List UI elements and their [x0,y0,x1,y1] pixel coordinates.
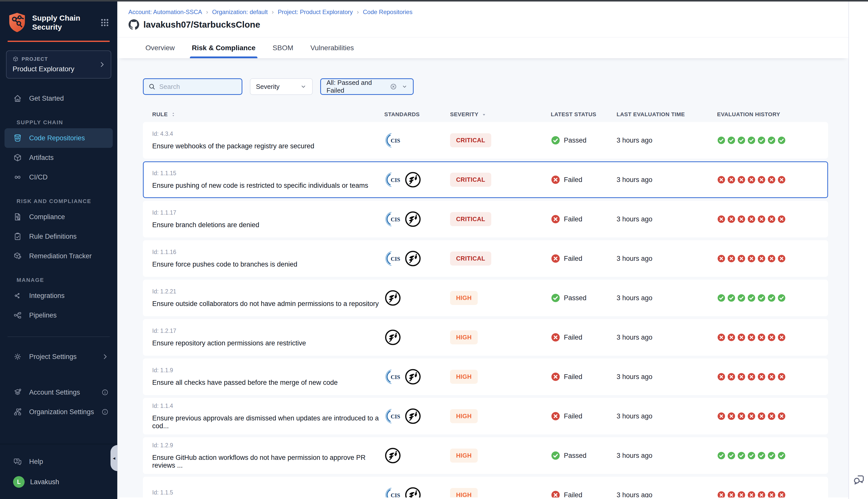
history-pass-icon [737,294,746,302]
tab-overview[interactable]: Overview [145,37,175,58]
rule-name: Ensure outside collaborators do not have… [152,300,384,308]
page-header: Account: Automation-SSCA›Organization: d… [117,1,848,37]
table-row[interactable]: Id: 1.2.17 Ensure repository action perm… [143,319,828,356]
table-row[interactable]: Id: 1.1.9 Ensure all checks have passed … [143,358,828,395]
rule-id: Id: 1.1.4 [152,403,384,410]
user-menu[interactable]: L Lavakush [4,471,113,492]
sidebar-item-integrations[interactable]: Integrations [4,286,113,305]
sidebar-item-organization-settings[interactable]: Organization Settings [4,402,113,422]
rule-id: Id: 1.2.17 [152,328,384,334]
history-fail-icon [717,254,726,263]
severity-badge: CRITICAL [450,252,491,266]
history-fail-icon [767,175,776,184]
table-row[interactable]: Id: 1.1.16 Ensure force pushes code to b… [143,240,828,277]
standards-cell [384,171,450,188]
info-icon [101,389,109,396]
history-fail-icon [777,215,786,223]
sort-desc-icon[interactable] [481,111,487,118]
history-fail-icon [717,491,726,498]
rule-name: Ensure GitHub action workflows do not ha… [152,454,384,470]
search-input[interactable] [159,83,237,90]
tab-vulnerabilities[interactable]: Vulnerabilities [311,37,354,58]
table-row[interactable]: Id: 1.1.4 Ensure previous approvals are … [143,398,828,435]
rule-id: Id: 4.3.4 [152,131,384,137]
breadcrumb-separator: › [272,9,274,15]
table-row[interactable]: Id: 1.1.15 Ensure pushing of new code is… [143,161,828,198]
severity-badge: HIGH [450,370,478,384]
feedback-chat-icon[interactable] [853,473,866,486]
standards-cell [384,289,450,306]
column-header-severity[interactable]: SEVERITY [450,111,551,118]
table-row[interactable]: Id: 1.2.21 Ensure outside collaborators … [143,280,828,316]
severity-badge: CRITICAL [450,173,491,187]
cis-standard-icon [384,210,401,228]
standards-cell [384,132,450,149]
sidebar-item-code-repositories[interactable]: Code Repositories [4,128,113,148]
sidebar-item-artifacts[interactable]: Artifacts [4,148,113,168]
app-logo: Supply Chain Security [0,1,117,33]
breadcrumb-link[interactable]: Code Repositories [363,9,412,15]
last-evaluation-time: 3 hours ago [617,215,717,223]
history-fail-icon [767,373,776,381]
status-filter[interactable]: All: Passed and Failed [320,78,414,95]
account-settings-icon [13,388,22,397]
search-box[interactable] [143,78,242,95]
rule-name: Ensure pushing of new code is restricted… [152,182,384,190]
history-pass-icon [727,136,736,145]
table-row[interactable]: Id: 1.2.9 Ensure GitHub action workflows… [143,437,828,474]
history-fail-icon [727,175,736,184]
column-header-evaluation-history[interactable]: EVALUATION HISTORY [717,111,819,118]
sort-icon[interactable] [170,111,176,118]
apps-grid-icon[interactable] [100,17,110,28]
history-fail-icon [717,215,726,223]
column-header-rule[interactable]: RULE [152,111,384,118]
table-row[interactable]: Id: 1.1.17 Ensure branch deletions are d… [143,201,828,238]
sidebar-collapse-handle[interactable]: ◂ [110,445,118,471]
sidebar-item-label: CI/CD [29,173,48,181]
severity-badge: HIGH [450,330,478,344]
sidebar-item-remediation-tracker[interactable]: Remediation Tracker [4,246,113,266]
sidebar-item-ci-cd[interactable]: CI/CD [4,168,113,187]
clear-filter-icon[interactable] [390,83,397,90]
evaluation-history [717,215,819,223]
history-pass-icon [727,294,736,302]
column-header-latest-status[interactable]: LATEST STATUS [551,111,617,118]
column-header-last-evaluation-time[interactable]: LAST EVALUATION TIME [617,111,717,118]
table-row[interactable]: Id: 4.3.4 Ensure webhooks of the package… [143,122,828,159]
rule-name: Ensure all checks have passed before the… [152,379,384,387]
rule-name: Ensure previous approvals are dismissed … [152,414,384,430]
tab-risk-compliance[interactable]: Risk & Compliance [192,37,256,58]
history-fail-icon [767,254,776,263]
last-evaluation-time: 3 hours ago [617,294,717,302]
project-selector[interactable]: PROJECT Product Exploratory [6,50,111,78]
breadcrumb-link[interactable]: Project: Product Exploratory [278,9,353,15]
severity-filter[interactable]: Severity [250,78,313,95]
breadcrumb-link[interactable]: Account: Automation-SSCA [128,9,202,15]
breadcrumb-link[interactable]: Organization: default [212,9,267,15]
sidebar-item-get-started[interactable]: Get Started [4,89,113,108]
help-icon [13,457,22,466]
window-top-edge [0,0,868,1]
table-row[interactable]: Id: 1.1.5 HIGH Failed 3 hours ago [143,477,828,498]
history-fail-icon [757,333,766,342]
sidebar-item-rule-definitions[interactable]: Rule Definitions [4,227,113,246]
status-failed-icon [551,254,560,263]
tab-sbom[interactable]: SBOM [273,37,293,58]
sidebar-item-help[interactable]: Help [4,452,113,471]
history-pass-icon [767,136,776,145]
sidebar-item-pipelines[interactable]: Pipelines [4,305,113,325]
owasp-standard-icon [405,368,421,385]
sidebar-item-compliance[interactable]: Compliance [4,207,113,227]
history-fail-icon [737,373,746,381]
last-evaluation-time: 3 hours ago [617,373,717,381]
sidebar-item-label: Compliance [29,213,65,221]
cicd-icon [13,173,22,182]
code-repositories-icon [13,134,22,143]
sidebar-item-project-settings[interactable]: Project Settings [4,347,113,366]
history-pass-icon [737,136,746,145]
sidebar-item-account-settings[interactable]: Account Settings [4,382,113,402]
history-fail-icon [757,215,766,223]
history-fail-icon [757,491,766,498]
column-header-standards[interactable]: STANDARDS [384,111,450,118]
history-fail-icon [737,175,746,184]
